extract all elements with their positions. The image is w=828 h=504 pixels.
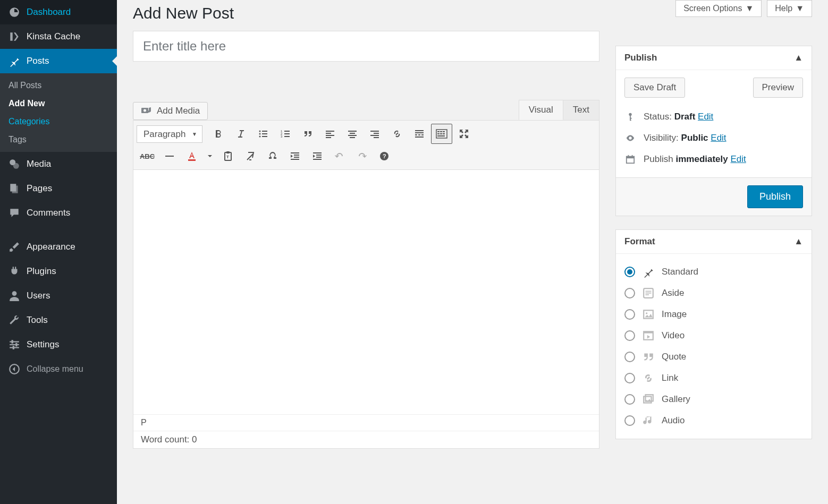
radio-input[interactable] xyxy=(624,267,635,277)
publish-visibility-row: Visibility: Public Edit xyxy=(624,127,803,149)
preview-button[interactable]: Preview xyxy=(753,78,803,98)
bold-button[interactable] xyxy=(208,124,229,144)
sidebar-item-plugins[interactable]: Plugins xyxy=(0,259,117,284)
italic-button[interactable] xyxy=(230,124,251,144)
format-option-image[interactable]: Image xyxy=(624,304,803,325)
sidebar-item-kinsta-cache[interactable]: Kinsta Cache xyxy=(0,24,117,49)
fullscreen-button[interactable] xyxy=(453,124,475,144)
calendar-icon xyxy=(624,155,636,164)
sidebar-sub-add-new[interactable]: Add New xyxy=(0,95,117,113)
indent-button[interactable] xyxy=(307,146,328,166)
radio-input[interactable] xyxy=(624,373,635,383)
collapse-menu-button[interactable]: Collapse menu xyxy=(0,357,117,381)
svg-point-80 xyxy=(646,312,647,314)
svg-rect-77 xyxy=(646,293,652,294)
sidebar-item-settings[interactable]: Settings xyxy=(0,332,117,357)
format-option-audio[interactable]: Audio xyxy=(624,410,803,431)
edit-schedule-link[interactable]: Edit xyxy=(730,154,746,164)
format-label: Image xyxy=(662,309,687,320)
help-button[interactable]: Help ▼ xyxy=(767,0,812,17)
sidebar-sub-categories[interactable]: Categories xyxy=(0,113,117,131)
page-title: Add New Post xyxy=(133,4,599,22)
link-icon xyxy=(641,371,655,385)
strikethrough-button[interactable]: ABC xyxy=(137,146,158,166)
svg-rect-70 xyxy=(630,119,631,121)
sidebar-item-tools[interactable]: Tools xyxy=(0,308,117,332)
format-metabox: Format ▲ Standard Aside Image xyxy=(615,229,812,439)
svg-rect-43 xyxy=(415,136,424,138)
horizontal-rule-button[interactable] xyxy=(159,146,180,166)
sidebar-item-label: Kinsta Cache xyxy=(27,31,80,42)
sidebar-item-posts[interactable]: Posts xyxy=(0,49,117,73)
text-color-button[interactable] xyxy=(181,146,202,166)
sidebar-sub-tags[interactable]: Tags xyxy=(0,131,117,149)
format-metabox-toggle[interactable]: Format ▲ xyxy=(616,230,812,254)
special-character-button[interactable] xyxy=(262,146,283,166)
format-option-link[interactable]: Link xyxy=(624,368,803,389)
redo-button[interactable] xyxy=(351,146,373,166)
sidebar-item-appearance[interactable]: Appearance xyxy=(0,235,117,259)
tab-text[interactable]: Text xyxy=(563,100,599,120)
align-center-button[interactable] xyxy=(342,124,363,144)
add-media-button[interactable]: Add Media xyxy=(133,102,208,120)
svg-point-16 xyxy=(259,136,261,138)
publish-metabox-toggle[interactable]: Publish ▲ xyxy=(616,46,812,70)
keyboard-shortcuts-button[interactable]: ? xyxy=(374,146,395,166)
svg-rect-78 xyxy=(646,294,649,295)
sidebar-sub-all-posts[interactable]: All Posts xyxy=(0,76,117,95)
block-format-select[interactable]: Paragraph xyxy=(137,125,202,143)
sidebar-item-pages[interactable]: Pages xyxy=(0,176,117,201)
blockquote-button[interactable] xyxy=(297,124,318,144)
radio-input[interactable] xyxy=(624,330,635,341)
undo-button[interactable] xyxy=(329,146,350,166)
svg-rect-53 xyxy=(188,159,196,161)
save-draft-button[interactable]: Save Draft xyxy=(624,78,685,98)
radio-input[interactable] xyxy=(624,352,635,362)
svg-rect-33 xyxy=(350,137,355,138)
format-option-video[interactable]: Video xyxy=(624,325,803,346)
toolbar-toggle-button[interactable] xyxy=(431,124,452,144)
editor-content-area[interactable] xyxy=(133,170,599,414)
paste-text-button[interactable]: T xyxy=(217,146,239,166)
edit-visibility-link[interactable]: Edit xyxy=(711,133,726,143)
clear-formatting-button[interactable] xyxy=(240,146,261,166)
bullet-list-button[interactable] xyxy=(252,124,274,144)
svg-rect-45 xyxy=(437,131,440,132)
align-left-button[interactable] xyxy=(319,124,341,144)
outdent-button[interactable] xyxy=(284,146,306,166)
svg-rect-37 xyxy=(374,137,379,138)
tab-visual[interactable]: Visual xyxy=(519,100,563,120)
sidebar-item-users[interactable]: Users xyxy=(0,284,117,308)
radio-input[interactable] xyxy=(624,394,635,405)
format-option-gallery[interactable]: Gallery xyxy=(624,389,803,410)
edit-status-link[interactable]: Edit xyxy=(698,112,713,122)
format-option-standard[interactable]: Standard xyxy=(624,261,803,283)
numbered-list-button[interactable]: 123 xyxy=(275,124,296,144)
screen-options-button[interactable]: Screen Options ▼ xyxy=(675,0,762,17)
radio-input[interactable] xyxy=(624,415,635,426)
sidebar-item-comments[interactable]: Comments xyxy=(0,201,117,225)
svg-rect-82 xyxy=(644,331,653,333)
radio-input[interactable] xyxy=(624,309,635,320)
format-option-quote[interactable]: Quote xyxy=(624,346,803,368)
svg-text:?: ? xyxy=(383,153,386,159)
svg-rect-3 xyxy=(12,186,18,193)
sidebar-item-media[interactable]: Media xyxy=(0,152,117,176)
format-option-aside[interactable]: Aside xyxy=(624,283,803,304)
publish-metabox: Publish ▲ Save Draft Preview Status: Dra… xyxy=(615,46,812,216)
sidebar-item-dashboard[interactable]: Dashboard xyxy=(0,0,117,24)
text-color-dropdown[interactable] xyxy=(204,146,216,166)
svg-point-14 xyxy=(259,131,261,132)
publish-status-row: Status: Draft Edit xyxy=(624,106,803,127)
svg-rect-49 xyxy=(440,133,442,134)
editor-container: Paragraph 123 ABC xyxy=(133,120,599,449)
svg-rect-17 xyxy=(262,131,267,132)
post-title-input[interactable] xyxy=(133,31,599,62)
quote-icon xyxy=(641,350,655,364)
align-right-button[interactable] xyxy=(364,124,385,144)
insert-link-button[interactable] xyxy=(386,124,408,144)
publish-button[interactable]: Publish xyxy=(747,185,803,208)
radio-input[interactable] xyxy=(624,288,635,298)
format-label: Quote xyxy=(662,352,686,362)
insert-more-button[interactable] xyxy=(409,124,430,144)
